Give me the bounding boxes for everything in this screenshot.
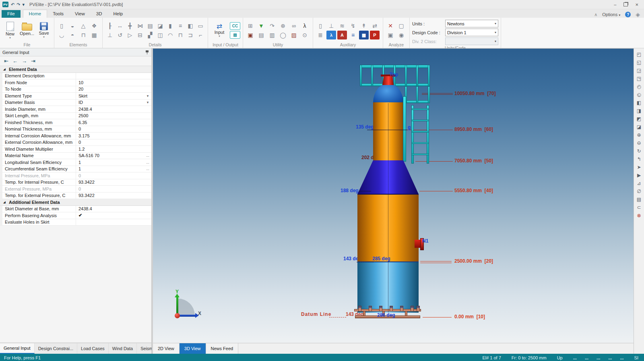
property-value[interactable]: SA-516 70 [76, 153, 144, 159]
property-value[interactable]: 0 [76, 186, 144, 192]
analyze-icon[interactable]: ▣ [386, 31, 395, 39]
ribbon-tab[interactable]: 3D [91, 10, 108, 18]
property-affordance-icon[interactable]: ... [144, 154, 151, 158]
auxiliary-icon[interactable]: P [370, 31, 380, 39]
quick-access-icon[interactable]: ↷ [17, 2, 20, 7]
input-button[interactable]: ⇄ Input ▾ [211, 23, 228, 38]
file-group-button[interactable]: New ▾ [2, 22, 18, 39]
property-value[interactable]: 3.175 [76, 133, 144, 139]
property-value[interactable]: 93.3422 [76, 179, 144, 186]
property-row[interactable]: ◢ Element Data [0, 66, 151, 73]
property-affordance-icon[interactable]: ▾ [144, 100, 151, 104]
ribbon-tab[interactable]: Tools [47, 10, 69, 18]
pin-icon[interactable] [145, 50, 149, 55]
property-row[interactable]: ◢ Internal Pressure, MPa 0 [0, 172, 151, 179]
view-tool-icon[interactable]: ▶ [636, 172, 643, 179]
auxiliary-icon[interactable]: ⇄ [370, 21, 380, 30]
element-icon[interactable]: △ [78, 21, 88, 30]
detail-icon[interactable]: ▷ [125, 31, 135, 39]
file-group-button[interactable]: Save ▾ [36, 22, 52, 39]
property-row[interactable]: ◢ Material Name SA-516 70 ... [0, 153, 151, 160]
view-tool-icon[interactable]: ∅ [636, 188, 643, 195]
view-tool-icon[interactable]: ◪ [636, 123, 643, 131]
property-row[interactable]: ◢ Skirt Length, mm 2500 [0, 113, 151, 120]
element-icon[interactable]: ⊓ [78, 31, 88, 39]
nav-arrow-icon[interactable]: ⇥ [31, 58, 35, 64]
view-tab[interactable]: 2D View [153, 343, 180, 354]
quick-access-icon[interactable]: ↶ [11, 2, 14, 7]
units-combo[interactable]: Division 1▾ [445, 29, 498, 36]
view-tool-icon[interactable]: ⊿ [636, 180, 643, 187]
view-tool-icon[interactable]: ⊗ [636, 212, 643, 219]
utility-icon[interactable]: ↷ [267, 21, 277, 30]
view-tool-icon[interactable]: ↰ [636, 156, 643, 163]
utility-icon[interactable]: ◯ [278, 31, 288, 39]
view-tool-icon[interactable]: ◧ [636, 99, 643, 106]
view-tool-icon[interactable]: ◰ [636, 51, 643, 58]
analyze-icon[interactable]: ◉ [396, 31, 406, 39]
auxiliary-icon[interactable]: ⊥ [326, 21, 336, 30]
auxiliary-icon[interactable]: ↯ [348, 21, 358, 30]
close-button[interactable]: × [635, 2, 638, 8]
view-tool-icon[interactable]: ⊂ [636, 204, 643, 211]
property-value[interactable]: 2438.4 [76, 206, 144, 212]
property-row[interactable]: ◢ External Pressure, MPa 0 [0, 186, 151, 193]
property-value[interactable]: 20 [76, 86, 144, 93]
utility-icon[interactable]: λ [300, 21, 310, 30]
property-value[interactable]: ID [76, 100, 144, 106]
property-row[interactable]: ◢ From Node 10 [0, 79, 151, 86]
property-value[interactable] [80, 66, 144, 73]
detail-icon[interactable]: ⊓ [175, 31, 185, 39]
utility-icon[interactable]: ▣ [246, 31, 255, 39]
auxiliary-icon[interactable]: ↟ [359, 21, 369, 30]
utility-icon[interactable]: ▼ [256, 21, 266, 30]
panel-tab[interactable]: General Input [0, 343, 35, 354]
property-row[interactable]: ◢ Temp. for Internal Pressure, C 93.3422 [0, 179, 151, 186]
property-value[interactable] [76, 219, 144, 226]
property-row[interactable]: ◢ Circumferential Seam Efficiency 1 ... [0, 166, 151, 173]
units-combo[interactable]: Newtons▾ [445, 20, 498, 27]
detail-icon[interactable]: ▤ [145, 21, 155, 30]
property-row[interactable]: ◢ External Corrosion Allowance, mm 0 [0, 139, 151, 146]
property-row[interactable]: ◢ Longitudinal Seam Efficiency 1 ... [0, 159, 151, 166]
utility-icon[interactable]: ⊕ [278, 21, 288, 30]
property-row[interactable]: ◢ Inside Diameter, mm 2438.4 [0, 106, 151, 113]
ribbon-tab[interactable]: View [69, 10, 91, 18]
auxiliary-icon[interactable]: ≡ [348, 31, 358, 39]
detail-icon[interactable]: ╋ [125, 21, 135, 30]
view-tool-icon[interactable]: ◵ [636, 91, 643, 98]
detail-icon[interactable]: ◧ [186, 21, 195, 30]
detail-icon[interactable]: ┠ [105, 21, 115, 30]
view-tool-icon[interactable]: ◳ [636, 75, 643, 82]
auxiliary-icon[interactable]: ≣ [316, 31, 325, 39]
view-tool-icon[interactable]: ◱ [636, 59, 643, 66]
property-affordance-icon[interactable]: ... [144, 167, 151, 171]
restore-button[interactable] [623, 2, 628, 6]
property-value[interactable]: 93.3422 [76, 193, 144, 199]
property-row[interactable]: ◢ Element Description [0, 73, 151, 80]
property-value[interactable]: 0 [76, 126, 144, 133]
property-affordance-icon[interactable]: ▾ [144, 94, 151, 98]
nav-arrow-icon[interactable]: ⇤ [4, 58, 8, 64]
detail-icon[interactable]: ↺ [115, 31, 125, 39]
view-tool-icon[interactable]: ➤ [636, 164, 643, 171]
detail-icon[interactable]: ◠ [165, 31, 175, 39]
analyze-icon[interactable]: ✕ [386, 21, 395, 30]
analyze-icon[interactable]: ▢ [396, 21, 406, 30]
detail-icon[interactable]: ≡ [175, 21, 185, 30]
help-icon[interactable]: ? [625, 12, 631, 17]
view-tool-icon[interactable]: ▤ [636, 196, 643, 203]
io-icon[interactable]: ▨ [230, 31, 240, 39]
property-value[interactable]: ✔ [76, 212, 144, 219]
property-value[interactable]: 0 [76, 139, 144, 146]
property-row[interactable]: ◢ Diameter Basis ID ▾ [0, 100, 151, 106]
ribbon-tab[interactable]: Home [23, 10, 47, 18]
auxiliary-icon[interactable]: ▯ [316, 21, 325, 30]
detail-icon[interactable]: ⊟ [135, 31, 145, 39]
property-value[interactable]: 0 [76, 172, 144, 179]
view-tab[interactable]: News Feed [206, 343, 239, 354]
utility-icon[interactable]: ▥ [267, 31, 277, 39]
property-value[interactable]: 2438.4 [76, 106, 144, 112]
property-value[interactable]: 1 [76, 166, 144, 172]
element-icon[interactable]: ▯ [57, 21, 66, 30]
